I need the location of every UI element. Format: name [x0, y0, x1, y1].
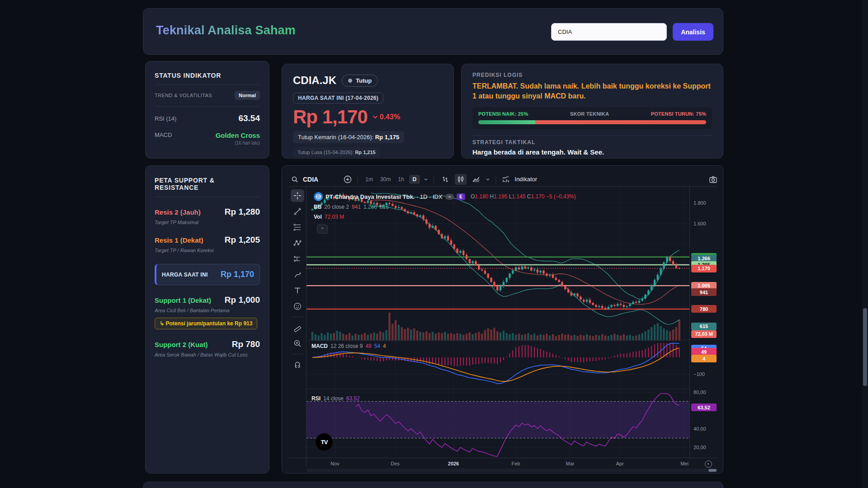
market-flag-badge[interactable]: –: [445, 194, 454, 200]
analyze-button[interactable]: Analisis: [673, 23, 713, 41]
tools-divider: [292, 317, 303, 317]
potential-down-label: POTENSI TURUN: 75%: [651, 111, 706, 117]
axis-tick: 1.800: [693, 200, 706, 206]
price-date-badge: HARGA SAAT INI (17-04-2026): [293, 93, 383, 103]
xabcd-pattern-icon[interactable]: [291, 237, 304, 249]
market-status-label: Tutup: [356, 77, 372, 84]
chart-toolbar: CDIA 1m30m1hD Indikator: [288, 172, 717, 187]
axis-tick: 80,00: [693, 389, 706, 395]
interval-D[interactable]: D: [409, 175, 420, 184]
trend-label: TREND & VOLATILITAS: [155, 93, 212, 98]
bar-chart-type-icon[interactable]: [439, 174, 451, 185]
prev2-close-badge: Tutup Lusa (15-04-2026): Rp 1,215: [293, 147, 380, 157]
interval-30m[interactable]: 30m: [378, 175, 393, 184]
support-level-row: Support 1 (Dekat)Rp 1,000Area Cicil Beli…: [155, 295, 260, 329]
forecast-icon[interactable]: [291, 253, 304, 265]
axis-price-badge: 615: [691, 323, 717, 330]
page-title: Teknikal Analisa Saham: [156, 23, 296, 38]
level-name: Resis 2 (Jauh): [155, 208, 201, 216]
time-axis[interactable]: NovDes2026FebMarAprMei: [288, 458, 717, 469]
level-value: Rp 1,205: [225, 235, 260, 245]
chart-scrollbar[interactable]: [307, 469, 717, 472]
status-indicator-panel: STATUS INDIKATOR TREND & VOLATILITAS Nor…: [145, 61, 269, 159]
compare-add-icon[interactable]: [344, 175, 352, 183]
fib-retracement-icon[interactable]: [291, 221, 304, 234]
chart-style-chevron-icon[interactable]: [486, 177, 490, 182]
axis-tick: −100: [693, 371, 705, 377]
time-axis-label: Nov: [330, 461, 340, 466]
legend-collapse-button[interactable]: ^: [317, 225, 328, 234]
status-dot-icon: [348, 79, 352, 83]
level-name: Support 1 (Dekat): [155, 296, 211, 304]
prediction-title: PREDIKSI LOGIS: [472, 72, 712, 78]
level-value: Rp 780: [232, 339, 260, 349]
zoom-in-icon[interactable]: [291, 337, 304, 350]
ruler-icon[interactable]: [291, 321, 304, 334]
axis-tick: 20,00: [693, 445, 706, 450]
bounce-potential-badge: ↳ Potensi jarum/pantulan ke Rp 913: [155, 318, 257, 329]
level-desc: Target TP Maksimal: [155, 220, 260, 225]
axis-tick: 1.600: [693, 221, 706, 226]
next-section-peek: [143, 482, 723, 488]
prediction-card: PREDIKSI LOGIS TERLAMBAT. Sudah lama nai…: [461, 64, 723, 159]
interval-1h[interactable]: 1h: [396, 175, 406, 184]
tradingview-chart-card: CDIA 1m30m1hD Indikator: [282, 165, 723, 474]
rsi-legend: RSI 14 close 63,52: [311, 395, 360, 402]
time-axis-label: Mei: [680, 461, 689, 466]
page-scrollbar-thumb[interactable]: [863, 308, 867, 386]
time-axis-label: Mar: [566, 461, 575, 466]
current-price-box: HARGA SAAT INI Rp 1,170: [155, 264, 260, 285]
ticker-search-input[interactable]: [551, 23, 667, 41]
indicator-icon[interactable]: [501, 175, 510, 183]
time-axis-label: Apr: [616, 461, 623, 466]
search-icon[interactable]: [291, 176, 298, 183]
page-scrollbar[interactable]: [862, 0, 868, 488]
candlestick-type-icon[interactable]: [455, 174, 467, 185]
current-price-value: Rp 1,170: [221, 270, 254, 279]
drawing-tools-sidebar: [288, 187, 307, 467]
rsi-label: RSI (14): [155, 115, 176, 122]
level-name: Support 2 (Kuat): [155, 341, 208, 348]
magnet-icon[interactable]: [291, 358, 304, 371]
down-bar-segment: [535, 120, 706, 124]
tradingview-logo[interactable]: TV: [316, 433, 333, 450]
trend-status-badge: Normal: [235, 91, 260, 100]
exchange-badge: E: [457, 193, 465, 200]
text-icon[interactable]: [291, 284, 304, 297]
axis-price-badge: 4: [691, 355, 717, 362]
prediction-message: TERLAMBAT. Sudah lama naik. Lebih baik t…: [472, 81, 712, 102]
current-price-label: HARGA SAAT INI: [162, 272, 208, 278]
axis-price-badge: 1.170: [691, 265, 717, 272]
interval-1m[interactable]: 1m: [363, 175, 375, 184]
symbol-legend: PT Chandra Daya Investasi Tbk. · 1D · ID…: [314, 192, 576, 201]
indicator-button[interactable]: Indikator: [514, 176, 537, 183]
chart-plot[interactable]: [307, 187, 689, 458]
area-chart-type-icon[interactable]: [470, 174, 482, 185]
interval-chevron-icon[interactable]: [424, 177, 428, 182]
up-bar-segment: [478, 120, 535, 124]
brush-icon[interactable]: [291, 268, 304, 281]
emoji-icon[interactable]: [291, 300, 304, 313]
chart-scrollbar-thumb[interactable]: [708, 469, 717, 472]
price-axis[interactable]: 1.8001.600−10080,0040,0020,001.2801.2661…: [689, 187, 717, 458]
level-name: Resis 1 (Dekat): [155, 236, 203, 244]
time-axis-label: Feb: [512, 461, 520, 466]
prev-close-badge: Tutup Kemarin (16-04-2026): Rp 1,175: [293, 131, 404, 143]
price-change: 0.43%: [372, 113, 400, 121]
trend-line-icon[interactable]: [291, 205, 304, 218]
support-level-row: Support 2 (Kuat)Rp 780Area Serok Bawah /…: [155, 339, 260, 357]
macd-note: (16 hari lalu): [216, 141, 260, 145]
score-label: SKOR TEKNIKA: [570, 111, 609, 117]
score-progress-bar: [478, 120, 706, 124]
axis-price-badge: 780: [691, 305, 717, 313]
strategy-title: STRATEGI TAKTIKAL: [472, 139, 712, 145]
snapshot-camera-icon[interactable]: [709, 172, 717, 187]
level-desc: Area Serok Bawah / Batas Wajib Cut Loss: [155, 352, 260, 357]
stock-logo: [314, 192, 323, 201]
crosshair-icon[interactable]: [291, 189, 304, 202]
level-desc: Area Cicil Beli / Bantalan Pertama: [155, 308, 260, 313]
support-resistance-panel: PETA SUPPORT & RESISTANCE Resis 2 (Jauh)…: [145, 165, 269, 474]
toolbar-symbol[interactable]: CDIA: [303, 176, 318, 183]
ticker-name: CDIA.JK: [293, 74, 336, 87]
session-clock-icon[interactable]: [705, 460, 712, 468]
